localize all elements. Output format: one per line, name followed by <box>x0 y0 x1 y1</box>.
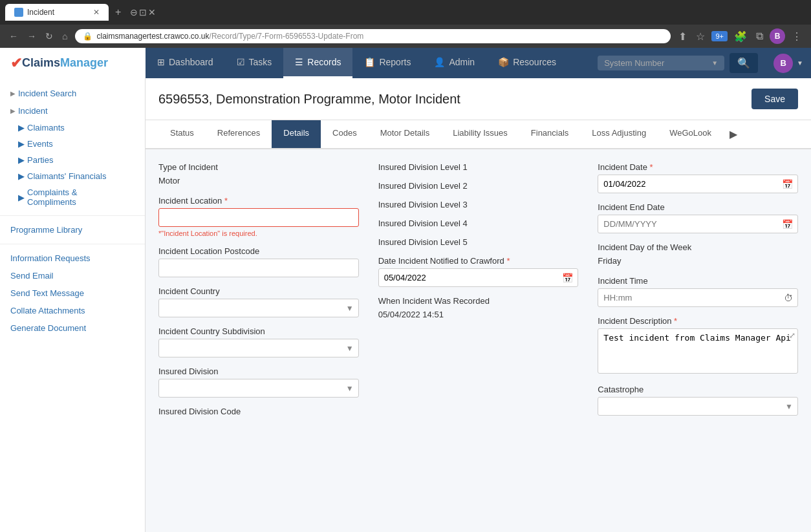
share-icon[interactable]: ⬆ <box>676 29 689 44</box>
search-input[interactable] <box>604 58 708 68</box>
minimize-icon[interactable]: ⊖ <box>130 7 138 17</box>
catastrophe-select[interactable] <box>598 397 798 416</box>
tab-references[interactable]: References <box>206 120 272 148</box>
arrow-icon: ▶ <box>18 123 25 133</box>
tab-loss-adjusting[interactable]: Loss Adjusting <box>580 120 658 148</box>
reload-button[interactable]: ↻ <box>43 30 56 43</box>
incident-description-textarea[interactable]: Test incident from Claims Manager Api <box>598 328 798 374</box>
sidebar-divider-2 <box>0 244 145 244</box>
sidebar-action-collate-attachments[interactable]: Collate Attachments <box>0 302 145 319</box>
sidebar-item-events[interactable]: ▶ Events <box>0 136 145 152</box>
restore-icon[interactable]: ⊡ <box>139 7 147 17</box>
back-button[interactable]: ← <box>6 30 21 43</box>
tab-codes[interactable]: Codes <box>321 120 369 148</box>
home-button[interactable]: ⌂ <box>59 30 70 43</box>
logo-manager: Manager <box>60 56 108 70</box>
type-of-incident-label: Type of Incident <box>158 162 359 172</box>
when-recorded-value: 05/04/2022 14:51 <box>378 308 579 321</box>
tab-liability-issues[interactable]: Liability Issues <box>441 120 519 148</box>
close-icon[interactable]: ✕ <box>148 7 156 17</box>
sidebar-item-incident-search[interactable]: ▶ Incident Search <box>0 85 145 102</box>
nav-admin[interactable]: 👤 Admin <box>422 48 486 78</box>
date-notified-label: Date Incident Notified to Crawford <box>378 256 579 266</box>
date-notified-input[interactable] <box>378 268 579 287</box>
new-tab-button[interactable]: + <box>111 5 125 19</box>
incident-end-date-input[interactable] <box>598 215 798 233</box>
tab-status[interactable]: Status <box>158 120 206 148</box>
sidebar-item-complaints-compliments[interactable]: ▶ Complaints & Compliments <box>0 184 145 210</box>
search-dropdown-icon[interactable]: ▼ <box>711 59 718 67</box>
sidebar-action-send-text-message[interactable]: Send Text Message <box>0 284 145 302</box>
nav-dashboard[interactable]: ⊞ Dashboard <box>146 48 225 78</box>
incident-time-wrap: ⏱ <box>598 288 798 307</box>
content-area: 6596553, Demonstration Programme, Motor … <box>146 78 811 532</box>
avatar[interactable]: B <box>773 54 793 73</box>
incident-location-error: *"Incident Location" is required. <box>158 229 359 237</box>
clock-icon[interactable]: ⏱ <box>784 293 793 303</box>
user-chevron-icon[interactable]: ▼ <box>797 59 803 67</box>
incident-description-label: Incident Description <box>598 316 798 326</box>
sidebar-item-programme-library[interactable]: Programme Library <box>0 221 145 239</box>
sidebar-action-information-requests[interactable]: Information Requests <box>0 250 145 267</box>
incident-country-subdivision-select[interactable] <box>158 339 359 357</box>
tab-financials[interactable]: Financials <box>519 120 581 148</box>
nav-resources[interactable]: 📦 Resources <box>486 48 568 78</box>
incident-country-select[interactable] <box>158 299 359 317</box>
tab-close-icon[interactable]: ✕ <box>93 8 100 17</box>
logo-claims: Claims <box>22 56 60 70</box>
calendar-icon[interactable]: 📅 <box>562 273 573 283</box>
insured-division-level1-group: Insured Division Level 1 <box>378 162 579 172</box>
forward-button[interactable]: → <box>25 30 39 43</box>
incident-time-input[interactable] <box>598 288 798 307</box>
browser-tab[interactable]: Incident ✕ <box>5 4 109 21</box>
when-recorded-label: When Incident Was Recorded <box>378 296 579 306</box>
incident-location-group: Incident Location *"Incident Location" i… <box>158 196 359 237</box>
form-col-1: Type of Incident Motor Incident Location… <box>158 162 359 416</box>
arrow-icon: ▶ <box>18 139 25 149</box>
incident-location-postcode-input[interactable] <box>158 259 359 277</box>
admin-icon: 👤 <box>434 57 445 67</box>
sidebar-item-parties[interactable]: ▶ Parties <box>0 152 145 168</box>
tabs-more-icon[interactable]: ▶ <box>723 120 744 148</box>
sidebar-toggle-icon[interactable]: ⧉ <box>753 29 766 43</box>
content-header: 6596553, Demonstration Programme, Motor … <box>146 78 811 120</box>
nav-records[interactable]: ☰ Records <box>283 48 352 78</box>
user-profile-icon[interactable]: B <box>770 28 785 44</box>
tab-motor-details[interactable]: Motor Details <box>369 120 442 148</box>
extensions-icon[interactable]: 🧩 <box>731 29 750 44</box>
arrow-icon: ▶ <box>18 155 25 165</box>
menu-icon[interactable]: ⋮ <box>789 29 805 44</box>
incident-date-group: Incident Date 📅 <box>598 162 798 193</box>
sidebar-action-generate-document[interactable]: Generate Document <box>0 319 145 337</box>
sidebar-item-incident[interactable]: ▶ Incident <box>0 102 145 120</box>
app-logo: ✔ Claims Manager <box>0 48 146 78</box>
incident-location-input[interactable] <box>158 208 359 227</box>
page-title: 6596553, Demonstration Programme, Motor … <box>158 92 460 107</box>
sidebar-item-claimants-financials[interactable]: ▶ Claimants' Financials <box>0 168 145 184</box>
incident-date-input[interactable] <box>598 175 798 193</box>
tasks-icon: ☑ <box>237 57 245 67</box>
sidebar-item-label: Incident Search <box>18 89 76 98</box>
sidebar-action-send-email[interactable]: Send Email <box>0 267 145 284</box>
calendar-icon[interactable]: 📅 <box>782 219 793 229</box>
programme-library-label: Programme Library <box>10 225 82 235</box>
logo-v: ✔ <box>10 55 22 72</box>
search-button[interactable]: 🔍 <box>730 53 758 73</box>
nav-reports[interactable]: 📋 Reports <box>352 48 422 78</box>
insured-division-level2-label: Insured Division Level 2 <box>378 181 579 191</box>
expand-icon[interactable]: ⤢ <box>789 331 795 340</box>
bookmark-icon[interactable]: ☆ <box>693 29 708 44</box>
tab-wegolook[interactable]: WeGoLook <box>658 120 723 148</box>
tab-details[interactable]: Details <box>272 120 321 148</box>
nav-tasks[interactable]: ☑ Tasks <box>225 48 284 78</box>
incident-day-value: Friday <box>598 255 798 267</box>
date-notified-group: Date Incident Notified to Crawford 📅 <box>378 256 579 287</box>
save-button[interactable]: Save <box>752 89 798 109</box>
incident-end-date-wrap: 📅 <box>598 215 798 233</box>
calendar-icon[interactable]: 📅 <box>782 179 793 189</box>
sidebar-item-claimants[interactable]: ▶ Claimants <box>0 120 145 136</box>
when-recorded-group: When Incident Was Recorded 05/04/2022 14… <box>378 296 579 321</box>
address-bar[interactable]: 🔒 claimsmanagertest.crawco.co.uk/Record/… <box>75 29 671 43</box>
insured-division-select[interactable] <box>158 379 359 398</box>
reports-icon: 📋 <box>364 57 375 67</box>
